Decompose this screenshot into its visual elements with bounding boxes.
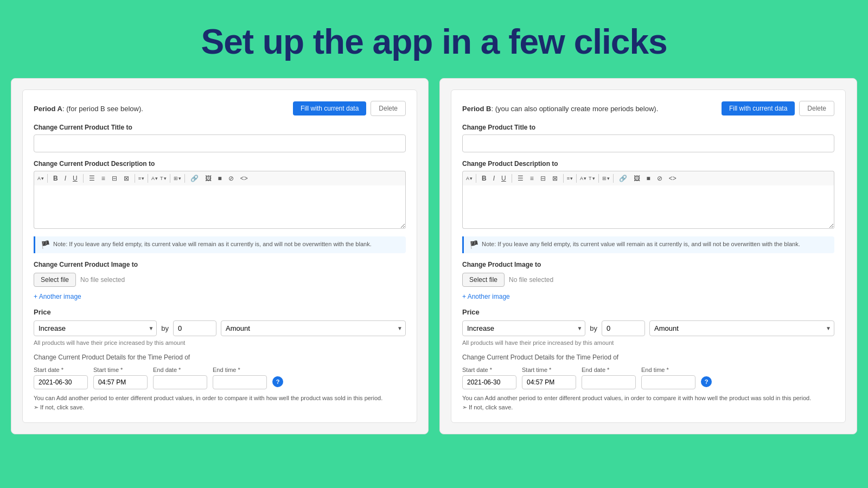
note-box-a: 🏴 Note: If you leave any field empty, it… — [34, 236, 406, 253]
toolbar-block-b[interactable]: ■ — [644, 174, 653, 183]
toolbar-sep-6b — [613, 174, 614, 183]
start-date-label-a: Start date * — [34, 367, 88, 373]
toolbar-bg-a[interactable]: T▾ — [160, 176, 167, 181]
toolbar-align-a[interactable]: ≡▾ — [138, 176, 144, 181]
help-icon-a[interactable]: ? — [272, 376, 283, 387]
end-date-group-a: End date * — [153, 367, 207, 389]
toolbar-block-a[interactable]: ■ — [216, 174, 224, 183]
fill-button-b[interactable]: Fill with current data — [722, 101, 795, 115]
title-label-b: Change Product Title to — [462, 124, 834, 131]
fill-button-a[interactable]: Fill with current data — [293, 101, 366, 115]
flag-icon-a: 🏴 — [41, 240, 50, 249]
title-input-b[interactable] — [462, 134, 834, 152]
toolbar-outdent-a[interactable]: ⊠ — [122, 174, 131, 183]
toolbar-indent-b[interactable]: ⊟ — [538, 174, 548, 183]
desc-textarea-a[interactable] — [34, 185, 406, 229]
toolbar-italic-b[interactable]: I — [491, 174, 497, 183]
increase-select-wrapper-a: Increase ▼ — [34, 320, 157, 336]
increase-select-wrapper-b: Increase ▼ — [462, 320, 585, 336]
delete-button-b[interactable]: Delete — [799, 101, 834, 116]
amount-select-b[interactable]: Amount — [649, 320, 834, 336]
toolbar-underline-a[interactable]: U — [71, 174, 80, 183]
end-time-label-a: End time * — [213, 367, 267, 373]
title-input-a[interactable] — [34, 134, 406, 152]
page-title: Set up the app in a few clicks — [11, 22, 857, 62]
panel-a: Period A: (for period B see below). Fill… — [11, 78, 429, 434]
toolbar-ol-b[interactable]: ≡ — [528, 174, 536, 183]
toolbar-table-b[interactable]: ⊞▾ — [602, 176, 610, 181]
toolbar-clear-a[interactable]: ⊘ — [226, 174, 236, 183]
toolbar-indent-a[interactable]: ⊟ — [110, 174, 119, 183]
toolbar-bg-b[interactable]: T▾ — [589, 176, 595, 181]
start-time-input-a[interactable] — [93, 375, 148, 389]
help-icon-b[interactable]: ? — [701, 376, 712, 387]
increase-select-a[interactable]: Increase — [34, 320, 157, 336]
toolbar-bold-a[interactable]: B — [51, 174, 60, 183]
toolbar-ul-b[interactable]: ☰ — [515, 174, 526, 183]
panels-container: Period A: (for period B see below). Fill… — [0, 78, 868, 445]
start-date-input-b[interactable] — [462, 375, 516, 389]
toolbar-code-b[interactable]: <> — [667, 174, 679, 183]
toolbar-image-a[interactable]: 🖼 — [203, 174, 214, 183]
another-image-link-a[interactable]: + Another image — [34, 293, 81, 300]
start-date-label-b: Start date * — [462, 367, 516, 373]
amount-select-wrapper-b: Amount ▼ — [649, 320, 834, 336]
toolbar-sep-4a — [148, 174, 148, 183]
end-time-input-b[interactable] — [641, 375, 695, 389]
toolbar-color-a[interactable]: A▾ — [151, 176, 158, 181]
start-time-input-b[interactable] — [522, 375, 576, 389]
price-number-b[interactable] — [602, 320, 645, 336]
panel-b: Period B: (you can also optionally creat… — [439, 78, 857, 434]
image-label-a: Change Current Product Image to — [34, 261, 406, 268]
select-file-btn-a[interactable]: Select file — [34, 273, 76, 287]
price-row-b: Increase ▼ by Amount ▼ — [462, 320, 834, 336]
select-file-btn-b[interactable]: Select file — [462, 273, 505, 287]
toolbar-image-b[interactable]: 🖼 — [631, 174, 642, 183]
toolbar-font-b[interactable]: A▾ — [466, 176, 473, 181]
time-period-label-a: Change Current Product Details for the T… — [34, 354, 406, 361]
toolbar-code-a[interactable]: <> — [238, 174, 250, 183]
toolbar-ol-a[interactable]: ≡ — [99, 174, 107, 183]
date-fields-a: Start date * Start time * End date * End… — [34, 367, 406, 389]
period-b-title: Period B: (you can also optionally creat… — [462, 105, 658, 113]
amount-select-a[interactable]: Amount — [221, 320, 406, 336]
toolbar-underline-b[interactable]: U — [499, 174, 508, 183]
bottom-note-a: You can Add another period to enter diff… — [34, 394, 406, 412]
toolbar-outdent-b[interactable]: ⊠ — [550, 174, 560, 183]
toolbar-clear-b[interactable]: ⊘ — [655, 174, 665, 183]
toolbar-italic-a[interactable]: I — [62, 174, 68, 183]
end-date-input-a[interactable] — [153, 375, 207, 389]
start-date-input-a[interactable] — [34, 375, 88, 389]
price-hint-a: All products will have their price incre… — [34, 339, 406, 346]
period-a-header: Period A: (for period B see below). Fill… — [34, 101, 406, 116]
toolbar-sep-3a — [135, 174, 135, 183]
end-time-input-a[interactable] — [213, 375, 267, 389]
period-b-header: Period B: (you can also optionally creat… — [462, 101, 834, 116]
file-input-row-a: Select file No file selected — [34, 273, 406, 287]
end-date-label-b: End date * — [582, 367, 636, 373]
start-time-group-b: Start time * — [522, 367, 576, 389]
price-row-a: Increase ▼ by Amount ▼ — [34, 320, 406, 336]
price-label-b: Price — [462, 308, 834, 316]
toolbar-color-b[interactable]: A▾ — [580, 176, 586, 181]
desc-textarea-b[interactable] — [462, 185, 834, 229]
end-date-group-b: End date * — [582, 367, 636, 389]
toolbar-font-a[interactable]: A▾ — [37, 176, 44, 181]
start-time-label-a: Start time * — [93, 367, 148, 373]
toolbar-link-a[interactable]: 🔗 — [188, 174, 201, 183]
toolbar-ul-a[interactable]: ☰ — [87, 174, 97, 183]
increase-select-b[interactable]: Increase — [462, 320, 585, 336]
date-fields-b: Start date * Start time * End date * End… — [462, 367, 834, 389]
by-label-b: by — [590, 324, 597, 332]
toolbar-bold-b[interactable]: B — [480, 174, 489, 183]
toolbar-table-a[interactable]: ⊞▾ — [174, 176, 181, 181]
toolbar-align-b[interactable]: ≡▾ — [567, 176, 573, 181]
price-hint-b: All products will have their price incre… — [462, 339, 834, 346]
delete-button-a[interactable]: Delete — [371, 101, 406, 116]
end-date-input-b[interactable] — [582, 375, 636, 389]
page-wrapper: Set up the app in a few clicks Period A:… — [0, 0, 868, 445]
price-number-a[interactable] — [173, 320, 216, 336]
another-image-link-b[interactable]: + Another image — [462, 293, 510, 300]
toolbar-link-b[interactable]: 🔗 — [617, 174, 629, 183]
flag-icon-b: 🏴 — [469, 240, 478, 249]
